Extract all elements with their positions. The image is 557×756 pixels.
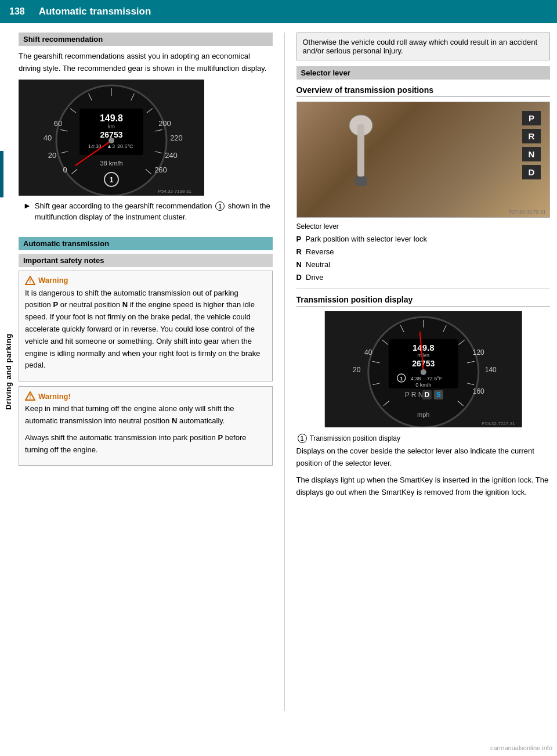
svg-text:1: 1	[400, 376, 403, 381]
position-list: P Park position with selector lever lock…	[296, 233, 551, 284]
svg-text:D: D	[424, 391, 429, 399]
columns: Shift recommendation The gearshift recom…	[16, 23, 557, 720]
pos-R: R Reverse	[296, 246, 551, 258]
selector-label-R: R	[522, 129, 541, 143]
svg-text:4:38: 4:38	[410, 376, 421, 381]
divider-line	[296, 289, 551, 289]
svg-rect-40	[355, 177, 367, 186]
svg-text:60: 60	[54, 119, 62, 128]
selector-label-P: P	[522, 111, 541, 125]
svg-text:20.5°C: 20.5°C	[117, 143, 133, 149]
svg-text:▲3: ▲3	[107, 143, 115, 149]
trans-display-svg: 40 120 20 140 160 149.8 miles 26753 1 4:…	[296, 311, 551, 427]
warning2-text2: Always shift the automatic transmission …	[25, 432, 266, 456]
svg-text:1: 1	[110, 176, 114, 184]
svg-text:!: !	[29, 278, 31, 285]
svg-text:P54.32-7227-31: P54.32-7227-31	[482, 421, 515, 426]
selector-labels: P R N D	[522, 111, 541, 179]
warning-box-1: ! Warning It is dangerous to shift the a…	[19, 271, 273, 382]
svg-text:260: 260	[154, 165, 167, 174]
svg-text:P R N: P R N	[404, 391, 423, 399]
watermark: carmanualsonline.info	[490, 744, 552, 751]
arrow-text: Shift gear according to the gearshift re…	[35, 200, 273, 223]
svg-text:72.5°F: 72.5°F	[426, 376, 442, 381]
svg-text:140: 140	[484, 366, 496, 374]
main-content: Driving and parking Shift recommendation…	[0, 23, 557, 720]
svg-text:120: 120	[472, 348, 484, 357]
svg-text:240: 240	[165, 151, 178, 160]
gear-knob	[343, 114, 378, 189]
trans-position-title: Transmission position display	[296, 295, 551, 307]
right-column: Otherwise the vehicle could roll away wh…	[296, 33, 551, 711]
svg-text:0 km/h: 0 km/h	[415, 382, 431, 388]
rollaway-info-box: Otherwise the vehicle could roll away wh…	[296, 33, 551, 60]
svg-text:20: 20	[353, 366, 361, 374]
cluster-image-container: 60 40 20 0 200 220 240 260 149.8 km 2675…	[19, 80, 273, 196]
left-column: Shift recommendation The gearshift recom…	[19, 33, 273, 711]
selector-lever-box: Selector lever	[296, 66, 551, 80]
svg-text:40: 40	[364, 348, 372, 357]
warning1-text: It is dangerous to shift the automatic t…	[25, 287, 266, 372]
svg-text:0: 0	[63, 165, 67, 174]
important-safety-box: Important safety notes	[19, 254, 273, 267]
warning-icon-2: !	[25, 391, 35, 401]
svg-text:miles: miles	[417, 352, 430, 358]
pos-P: P Park position with selector lever lock	[296, 233, 551, 246]
svg-point-74	[420, 369, 426, 375]
page-title: Automatic transmission	[39, 6, 151, 17]
arrow-bullet: ► Shift gear according to the gearshift …	[23, 200, 273, 223]
pos-D: D Drive	[296, 271, 551, 284]
warning-title-2: ! Warning!	[25, 391, 266, 401]
svg-text:40: 40	[44, 134, 52, 142]
svg-text:38 km/h: 38 km/h	[100, 160, 122, 167]
side-label-container: Driving and parking	[0, 23, 16, 720]
svg-text:mph: mph	[417, 411, 429, 418]
svg-text:!: !	[29, 394, 31, 400]
auto-trans-box: Automatic transmission	[19, 237, 273, 250]
selector-label-N: N	[522, 147, 541, 161]
svg-text:149.8: 149.8	[412, 343, 434, 352]
trans-desc2: The displays light up when the SmartKey …	[296, 474, 551, 499]
warning-icon-1: !	[25, 276, 35, 285]
side-label: Driving and parking	[4, 333, 13, 410]
svg-point-30	[108, 138, 114, 143]
trans-display-container: 40 120 20 140 160 149.8 miles 26753 1 4:…	[296, 311, 551, 429]
cluster-svg: 60 40 20 0 200 220 240 260 149.8 km 2675…	[19, 80, 204, 196]
header-bar: 138 Automatic transmission	[0, 0, 557, 23]
svg-text:P54.32-7138-31: P54.32-7138-31	[158, 189, 192, 194]
circle-1: 1	[215, 201, 225, 211]
page-number: 138	[9, 6, 25, 17]
selector-ref: P27.60-3176-31	[508, 209, 546, 215]
trans-display-caption: 1 Transmission position display	[296, 434, 551, 443]
circle-1-trans: 1	[298, 434, 307, 443]
arrow-symbol: ►	[23, 201, 31, 210]
col-divider	[284, 33, 285, 711]
warning-title-1: ! Warning	[25, 276, 266, 285]
warning-box-2: ! Warning! Keep in mind that turning off…	[19, 386, 273, 466]
svg-text:200: 200	[158, 119, 171, 128]
pos-N: N Neutral	[296, 258, 551, 271]
svg-text:149.8: 149.8	[100, 113, 123, 123]
shift-rec-text: The gearshift recommendations assist you…	[19, 51, 273, 75]
selector-label-D: D	[522, 165, 541, 179]
side-bar-accent	[0, 151, 3, 197]
trans-desc1: Displays on the cover beside the selecto…	[296, 445, 551, 470]
svg-text:20: 20	[48, 151, 56, 160]
svg-text:160: 160	[472, 387, 484, 395]
svg-rect-39	[357, 124, 364, 177]
svg-text:km: km	[108, 124, 115, 129]
overview-title: Overview of transmission positions	[296, 85, 551, 97]
shift-recommendation-box: Shift recommendation	[19, 33, 273, 46]
selector-image-caption: Selector lever	[296, 222, 551, 231]
selector-lever-image: P R N D P27.60-3176-31	[296, 102, 551, 218]
svg-text:220: 220	[170, 134, 183, 142]
warning2-text1: Keep in mind that turning off the engine…	[25, 403, 266, 427]
svg-text:S: S	[436, 391, 440, 399]
